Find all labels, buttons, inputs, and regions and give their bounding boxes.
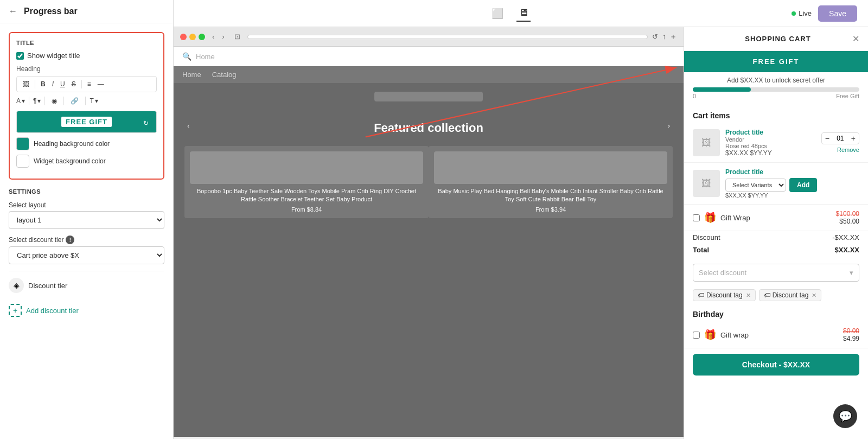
paragraph-label: ¶	[33, 97, 36, 105]
cart-panel: SHOPPING CART ✕ FREE GIFT Add $XX.XX to …	[684, 27, 868, 439]
product-title-1: Bopoobo 1pc Baby Teether Safe Wooden Toy…	[190, 187, 423, 204]
free-gift-banner[interactable]: FREE GIFT	[684, 51, 868, 72]
add-discount-label[interactable]: Add discount tier	[26, 307, 79, 315]
layout-select[interactable]: layout 1	[9, 211, 164, 229]
birthday-gift-wrap-prices: $0.00 $4.99	[843, 327, 859, 342]
live-dot	[792, 11, 796, 16]
select-discount-input[interactable]: Select discount ▾	[693, 264, 859, 282]
total-row: Total $XX.XX	[684, 244, 868, 259]
reload-btn[interactable]: ↺	[652, 33, 658, 41]
product-card-2[interactable]: Baby Music Play Bed Hanging Bell Baby's …	[429, 146, 673, 218]
show-widget-title-checkbox[interactable]	[16, 52, 24, 60]
italic-btn[interactable]: I	[49, 79, 56, 90]
traffic-light-yellow[interactable]	[189, 34, 196, 40]
add-item-btn-2[interactable]: Add	[789, 178, 817, 192]
main-area: ⬜ 🖥 Live Save ‹ ›	[174, 0, 868, 439]
address-bar[interactable]	[247, 35, 648, 39]
collection-title: Featured collection	[374, 121, 483, 135]
progress-end-label: Free Gift	[836, 93, 859, 99]
qty-plus-btn-1[interactable]: +	[848, 133, 859, 144]
discount-tier-select[interactable]: Cart price above $X	[9, 246, 164, 264]
discount-tag-1: 🏷 Discount tag ✕	[693, 289, 756, 301]
cart-item-original-price-1: $XX.XX	[725, 149, 748, 157]
browser-chrome: ‹ › ⊡ ↺ ↑ ＋	[174, 27, 684, 47]
desktop-btn[interactable]: 🖥	[516, 5, 531, 22]
site-search-icon: 🔍	[182, 52, 192, 61]
browser-area: ‹ › ⊡ ↺ ↑ ＋ 🔍 Home	[174, 27, 868, 439]
cart-item-price-2: $XX.XX $YY.YY	[725, 192, 859, 199]
nav-catalog[interactable]: Catalog	[212, 71, 237, 79]
browser-back-btn[interactable]: ‹	[209, 31, 217, 42]
discount-tier-row[interactable]: ◈ Discount tier	[9, 271, 164, 300]
total-label: Total	[693, 246, 709, 254]
text-style-dropdown[interactable]: T ▾	[90, 97, 98, 105]
paragraph-arrow: ▾	[37, 97, 41, 105]
device-switcher: ⬜ 🖥	[489, 5, 531, 22]
heading-bg-color-swatch[interactable]	[16, 137, 29, 150]
discount-tier-icon: ◈	[9, 278, 24, 293]
product-title-2: Baby Music Play Bed Hanging Bell Baby's …	[434, 187, 667, 204]
add-bookmark-icon[interactable]: ＋	[669, 32, 677, 42]
link-btn[interactable]: 🔗	[68, 96, 81, 106]
image-btn[interactable]: 🖼	[20, 79, 32, 90]
tag-close-1[interactable]: ✕	[746, 292, 751, 299]
strikethrough-btn[interactable]: S	[69, 79, 79, 90]
tag-icon-2: 🏷	[764, 291, 770, 299]
cart-item-info-2: Product title Select Variants Add $XX.XX…	[725, 168, 859, 199]
font-size-dropdown[interactable]: A ▾	[16, 97, 25, 105]
bold-btn[interactable]: B	[38, 79, 48, 90]
live-label: Live	[799, 9, 812, 17]
qty-minus-btn-1[interactable]: −	[822, 133, 833, 144]
gift-wrap-original-price: $100.00	[836, 210, 859, 218]
checkout-button[interactable]: Checkout - $XX.XX	[693, 354, 859, 376]
settings-heading: SETTINGS	[9, 188, 164, 195]
chat-bubble[interactable]: 💬	[833, 404, 857, 428]
site-search-bar: 🔍 Home	[174, 47, 684, 66]
product-card-1[interactable]: Bopoobo 1pc Baby Teether Safe Wooden Toy…	[184, 146, 429, 218]
color-btn[interactable]: ◉	[49, 96, 60, 106]
tablet-btn[interactable]: ⬜	[489, 5, 506, 22]
title-section-box: TITLE Show widget title Heading 🖼 B I U …	[9, 32, 164, 180]
heading-bg-color-label: Heading background color	[34, 140, 110, 148]
tag-close-2[interactable]: ✕	[812, 292, 816, 299]
browser-forward-btn[interactable]: ›	[219, 31, 227, 42]
align-btn[interactable]: ≡	[85, 79, 94, 90]
cart-close-button[interactable]: ✕	[852, 34, 859, 44]
website-overlay: 🔍 Home Home Catalog ‹ Featured collectio…	[174, 47, 684, 437]
birthday-gift-wrap-checkbox[interactable]	[693, 332, 700, 339]
collection-next-btn[interactable]: ›	[665, 120, 673, 131]
progress-bar-bg	[693, 87, 859, 92]
paragraph-dropdown[interactable]: ¶ ▾	[33, 97, 41, 105]
window-expand-btn[interactable]: ⊡	[232, 31, 243, 42]
dash-btn[interactable]: —	[95, 79, 107, 90]
cart-item-price-1: $XX.XX $YY.YY	[725, 149, 816, 157]
gift-wrap-sale-price: $50.00	[836, 218, 859, 225]
traffic-light-green[interactable]	[199, 34, 205, 40]
share-icon[interactable]: ↑	[662, 32, 666, 42]
left-panel: ← Progress bar TITLE Show widget title H…	[0, 0, 174, 439]
birthday-gift-sale-price: $4.99	[843, 335, 859, 342]
birthday-gift-wrap-label: Gift wrap	[720, 331, 839, 339]
cart-item-title-1[interactable]: Product title	[725, 129, 816, 136]
info-icon[interactable]: !	[66, 236, 74, 244]
remove-btn-1[interactable]: Remove	[837, 147, 859, 153]
separator-3	[29, 97, 29, 105]
underline-btn[interactable]: U	[58, 79, 68, 90]
cart-item-1: 🖼 Product title Vendor Rose red 48pcs $X…	[684, 123, 868, 163]
variant-select-2[interactable]: Select Variants	[725, 179, 786, 192]
save-button[interactable]: Save	[818, 5, 857, 22]
cart-item-title-2[interactable]: Product title	[725, 168, 859, 176]
add-discount-row[interactable]: + Add discount tier	[9, 300, 164, 321]
collection-prev-btn[interactable]: ‹	[184, 120, 192, 131]
discount-tier-label: Select discount tier !	[9, 236, 164, 244]
traffic-light-red[interactable]	[180, 34, 187, 40]
nav-home[interactable]: Home	[182, 71, 201, 79]
widget-bg-color-swatch[interactable]	[16, 155, 29, 168]
refresh-icon[interactable]: ↻	[140, 117, 152, 129]
back-button[interactable]: ←	[9, 7, 17, 16]
preview-text: FREE GIFT	[61, 117, 112, 127]
gift-wrap-checkbox[interactable]	[693, 214, 700, 221]
birthday-gift-icon: 🎁	[704, 329, 716, 341]
discount-tags-row: 🏷 Discount tag ✕ 🏷 Discount tag ✕	[684, 286, 868, 304]
text-preview-box: FREE GIFT ↻	[16, 111, 157, 133]
